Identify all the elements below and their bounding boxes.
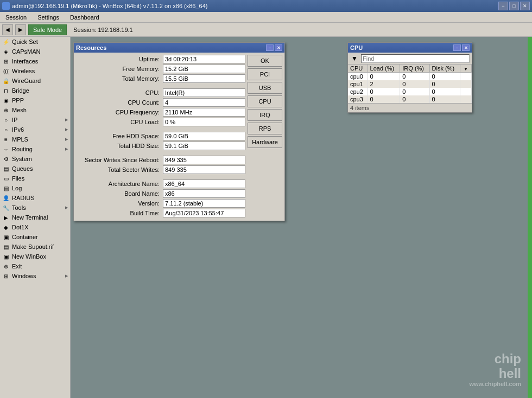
cpu-close[interactable]: ✕ <box>462 44 470 51</box>
menu-settings[interactable]: Settings <box>34 13 62 22</box>
sidebar-item-ppp[interactable]: ◉PPP <box>0 95 70 105</box>
resource-label-14: Build Time: <box>76 210 163 216</box>
sidebar-item-tools[interactable]: 🔧Tools <box>0 203 70 213</box>
sidebar-item-wireguard[interactable]: 🔒WireGuard <box>0 76 70 86</box>
sidebar-item-label-mpls: MPLS <box>12 136 68 143</box>
menu-session[interactable]: Session <box>2 13 30 22</box>
sidebar-item-label-ipv6: IPv6 <box>12 126 68 133</box>
ipv6-icon: ○ <box>2 126 10 133</box>
form-spacer-6 <box>76 127 245 132</box>
sidebar-item-windows[interactable]: ⊞Windows <box>0 271 70 281</box>
resource-value-6: 0 % <box>163 118 245 126</box>
radius-icon: 👤 <box>2 194 10 202</box>
sidebar-item-queues[interactable]: ▤Queues <box>0 164 70 174</box>
resource-btn-irq[interactable]: IRQ <box>248 109 282 121</box>
resources-titlebar: Resources − ✕ <box>74 43 284 53</box>
resources-buttons: OKPCIUSBCPUIRQRPSHardware <box>248 55 282 219</box>
sidebar: ⚡Quick Set◈CAPsMAN⊞Interfaces(((Wireless… <box>0 37 71 398</box>
resource-value-7: 59.0 GiB <box>163 132 245 140</box>
resource-value-10: 849 335 <box>163 165 245 174</box>
cpu-table-container: CPU Load (%) IRQ (%) Disk (%) ▼ cpu0000c… <box>348 65 472 103</box>
cpu-cell-load-3: 0 <box>368 95 400 103</box>
sidebar-item-interfaces[interactable]: ⊞Interfaces <box>0 56 70 66</box>
sidebar-item-container[interactable]: ▣Container <box>0 232 70 242</box>
title-bar-controls: − □ ✕ <box>498 2 530 10</box>
wireguard-icon: 🔒 <box>2 77 10 85</box>
sidebar-item-make-supout[interactable]: ▤Make Supout.rif <box>0 242 70 252</box>
resource-btn-ok[interactable]: OK <box>248 55 282 67</box>
resource-btn-hardware[interactable]: Hardware <box>248 136 282 148</box>
ppp-icon: ◉ <box>2 97 10 104</box>
sidebar-item-mpls[interactable]: ≡MPLS <box>0 134 70 144</box>
col-load[interactable]: Load (%) <box>368 65 400 73</box>
sidebar-item-wireless[interactable]: (((Wireless <box>0 66 70 76</box>
forward-button[interactable]: ▶ <box>15 24 26 35</box>
cpu-cell-empty-2 <box>460 88 471 95</box>
resource-row-4: CPU Count:4 <box>76 98 245 107</box>
menu-dashboard[interactable]: Dashboard <box>67 13 103 22</box>
resource-value-8: 59.1 GiB <box>163 142 245 150</box>
cpu-search-input[interactable] <box>361 54 470 63</box>
sidebar-item-files[interactable]: ▭Files <box>0 174 70 183</box>
cpu-items-count: 4 items <box>348 103 472 112</box>
safe-mode-button[interactable]: Safe Mode <box>28 24 67 35</box>
windows-icon: ⊞ <box>2 272 10 280</box>
cpu-cell-cpu-2: cpu2 <box>348 88 368 95</box>
cpu-cell-cpu-0: cpu0 <box>348 73 368 81</box>
sidebar-item-label-exit: Exit <box>12 263 68 269</box>
minimize-button[interactable]: − <box>498 2 508 10</box>
col-disk[interactable]: Disk (%) <box>429 65 460 73</box>
log-icon: ▤ <box>2 184 10 192</box>
sidebar-item-dot1x[interactable]: ◆Dot1X <box>0 222 70 232</box>
dot1x-icon: ◆ <box>2 223 10 231</box>
cpu-cell-irq-2: 0 <box>400 88 429 95</box>
resource-btn-cpu[interactable]: CPU <box>248 95 282 107</box>
sidebar-item-label-new-winbox: New WinBox <box>12 253 68 260</box>
sidebar-item-new-terminal[interactable]: ▶New Terminal <box>0 213 70 222</box>
sidebar-item-routing[interactable]: ↔Routing <box>0 144 70 154</box>
queues-icon: ▤ <box>2 165 10 172</box>
sidebar-item-new-winbox[interactable]: ▣New WinBox <box>0 252 70 261</box>
ip-icon: ○ <box>2 116 10 124</box>
sidebar-item-log[interactable]: ▤Log <box>0 183 70 193</box>
resource-row-2: Total Memory:15.5 GiB <box>76 74 245 83</box>
resource-btn-usb[interactable]: USB <box>248 82 282 94</box>
resource-btn-rps[interactable]: RPS <box>248 123 282 134</box>
maximize-button[interactable]: □ <box>509 2 519 10</box>
close-button[interactable]: ✕ <box>520 2 530 10</box>
cpu-minimize[interactable]: − <box>453 44 461 51</box>
resource-value-9: 849 335 <box>163 156 245 164</box>
resource-label-8: Total HDD Size: <box>76 143 163 149</box>
resource-label-6: CPU Load: <box>76 119 163 125</box>
back-button[interactable]: ◀ <box>2 24 13 35</box>
sidebar-item-quick-set[interactable]: ⚡Quick Set <box>0 37 70 47</box>
sidebar-item-ip[interactable]: ○IP <box>0 115 70 125</box>
sidebar-item-label-wireguard: WireGuard <box>12 78 68 84</box>
resource-value-0: 3d 00:20:13 <box>163 55 245 63</box>
cpu-cell-disk-0: 0 <box>429 73 460 81</box>
sidebar-item-system[interactable]: ⚙System <box>0 154 70 164</box>
sidebar-item-ipv6[interactable]: ○IPv6 <box>0 125 70 134</box>
quick-set-icon: ⚡ <box>2 38 10 46</box>
resource-row-9: Sector Writes Since Reboot:849 335 <box>76 156 245 164</box>
sidebar-item-exit[interactable]: ⊗Exit <box>0 261 70 271</box>
col-cpu[interactable]: CPU <box>348 65 368 73</box>
resources-close[interactable]: ✕ <box>275 44 282 51</box>
resource-value-1: 15.2 GiB <box>163 65 245 73</box>
col-arrow[interactable]: ▼ <box>460 65 471 73</box>
sidebar-item-label-radius: RADIUS <box>12 195 68 201</box>
resource-btn-pci[interactable]: PCI <box>248 68 282 80</box>
resource-label-12: Board Name: <box>76 190 163 197</box>
wireless-icon: ((( <box>2 67 10 75</box>
resource-label-3: CPU: <box>76 89 163 96</box>
filter-icon[interactable]: ▼ <box>350 54 359 63</box>
col-irq[interactable]: IRQ (%) <box>400 65 429 73</box>
resources-minimize[interactable]: − <box>266 44 274 51</box>
exit-icon: ⊗ <box>2 262 10 270</box>
sidebar-item-radius[interactable]: 👤RADIUS <box>0 193 70 203</box>
cpu-cell-disk-1: 0 <box>429 80 460 88</box>
sidebar-item-capsman[interactable]: ◈CAPsMAN <box>0 47 70 56</box>
sidebar-item-bridge[interactable]: ⊓Bridge <box>0 86 70 95</box>
sidebar-item-mesh[interactable]: ⊕Mesh <box>0 105 70 115</box>
cpu-titlebar: CPU − ✕ <box>348 43 472 53</box>
